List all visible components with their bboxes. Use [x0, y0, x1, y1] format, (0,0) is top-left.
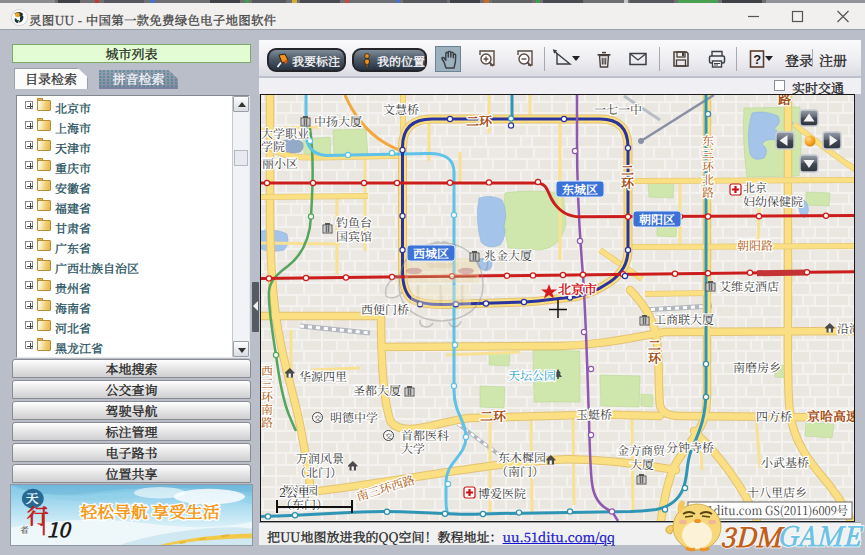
tab-pinyin-search[interactable]: 拼音检索	[99, 70, 178, 89]
realtime-traffic-checkbox[interactable]	[774, 80, 785, 91]
svg-text:10: 10	[47, 514, 73, 544]
pan-left-button[interactable]	[776, 132, 794, 149]
bld-icon	[637, 474, 646, 484]
expand-icon[interactable]	[25, 101, 33, 109]
delete-tool[interactable]	[591, 46, 617, 72]
tree-item-label: 河北省	[55, 319, 91, 336]
expand-icon[interactable]	[25, 221, 33, 229]
map-label: 二环	[648, 335, 662, 367]
folder-icon	[37, 160, 51, 171]
tree-item[interactable]: 黑龙江省	[17, 336, 249, 356]
map-label: 博爱医院	[478, 484, 526, 501]
district-label: 朝阳区	[633, 210, 681, 228]
panel-transit-query[interactable]: 公交查询	[12, 380, 251, 399]
expand-icon[interactable]	[25, 281, 33, 289]
expand-icon[interactable]	[25, 321, 33, 329]
tree-item[interactable]: 重庆市	[17, 156, 249, 176]
tree-item-label: 北京市	[55, 99, 91, 116]
zoom-out-icon	[515, 48, 537, 70]
tree-item[interactable]: 河北省	[17, 316, 249, 336]
panel-annotation-management[interactable]: 标注管理	[12, 422, 251, 441]
ad-banner[interactable]: 天 行 者 10 轻松导航 享受生活	[10, 484, 253, 546]
title-bar: 灵图UU - 中国第一款免费绿色电子地图软件	[0, 3, 865, 30]
status-link[interactable]: uu.51ditu.com/qq	[503, 527, 615, 546]
zoom-out-tool[interactable]	[513, 46, 539, 72]
map-viewport[interactable]: 交	[260, 94, 855, 522]
tree-item[interactable]: 甘肃省	[17, 216, 249, 236]
expand-icon[interactable]	[25, 121, 33, 129]
tree-item[interactable]: 北京市	[17, 96, 249, 116]
pan-down-button[interactable]	[800, 155, 818, 172]
map-label: 一七一中	[594, 100, 642, 117]
scroll-thumb[interactable]	[234, 150, 248, 166]
district-label: 西城区	[407, 244, 455, 262]
tree-item[interactable]: 上海市	[17, 116, 249, 136]
app-icon	[11, 9, 28, 26]
expand-icon[interactable]	[25, 241, 33, 249]
map-panel: 我要标注 我的位置	[259, 40, 861, 545]
city-list-header: 城市列表	[12, 44, 251, 63]
zoom-in-icon	[477, 48, 499, 70]
map-label: 明德中学	[330, 408, 378, 425]
expand-icon[interactable]	[25, 201, 33, 209]
my-location-button[interactable]: 我的位置	[352, 48, 427, 72]
bld-icon	[405, 386, 414, 396]
hand-icon	[438, 49, 460, 71]
close-button[interactable]	[826, 3, 860, 29]
pan-up-button[interactable]	[800, 110, 818, 126]
maximize-button[interactable]	[781, 3, 815, 29]
map-label: 中扬大厦	[314, 112, 362, 129]
scroll-up-button[interactable]	[233, 96, 249, 112]
sidebar-collapse-handle[interactable]	[252, 282, 259, 332]
trash-icon	[593, 48, 615, 70]
expand-icon[interactable]	[25, 301, 33, 309]
annotate-button[interactable]: 我要标注	[267, 48, 346, 72]
scroll-down-button[interactable]	[233, 341, 249, 357]
tree-item[interactable]: 贵州省	[17, 276, 249, 296]
tree-item[interactable]: 广西壮族自治区	[17, 256, 249, 276]
tree-item[interactable]: 天津市	[17, 136, 249, 156]
expand-icon[interactable]	[25, 141, 33, 149]
tree-item[interactable]: 安徽省	[17, 176, 249, 196]
tree-item-label: 广东省	[55, 239, 91, 256]
svg-text:西城区: 西城区	[413, 244, 449, 261]
tree-scrollbar[interactable]	[232, 96, 249, 357]
pan-right-button[interactable]	[823, 132, 841, 149]
tree-item-label: 福建省	[55, 199, 91, 216]
panel-location-sharing[interactable]: 位置共享	[12, 464, 251, 483]
city-tree: 北京市上海市天津市重庆市安徽省福建省甘肃省广东省广西壮族自治区贵州省海南省河北省…	[16, 95, 250, 358]
panel-driving-navigation[interactable]: 驾驶导航	[12, 401, 251, 420]
tab-directory-search[interactable]: 目录检索	[14, 68, 88, 89]
pushpin-icon	[273, 52, 291, 70]
mail-tool[interactable]	[625, 46, 651, 72]
folder-icon	[37, 140, 51, 151]
save-tool[interactable]	[668, 46, 694, 72]
login-link[interactable]: 登录	[785, 50, 813, 70]
svg-text:GAME: GAME	[777, 515, 864, 554]
nav-center-ball[interactable]	[805, 136, 816, 147]
minimize-button[interactable]	[736, 3, 770, 29]
print-tool[interactable]	[704, 46, 730, 72]
panel-local-search[interactable]: 本地搜索	[12, 359, 251, 378]
pan-tool-button[interactable]	[435, 46, 461, 72]
register-link[interactable]: 注册	[819, 50, 847, 70]
toolbar-separator	[659, 47, 660, 71]
svg-text:东城区: 东城区	[562, 180, 598, 197]
folder-icon	[37, 280, 51, 291]
help-dropdown-icon[interactable]	[765, 56, 773, 61]
tree-item[interactable]: 广东省	[17, 236, 249, 256]
expand-icon[interactable]	[25, 161, 33, 169]
tree-item[interactable]: 海南省	[17, 296, 249, 316]
panel-road-book[interactable]: 电子路书	[12, 443, 251, 462]
measure-dropdown-icon[interactable]	[572, 56, 580, 61]
folder-icon	[37, 300, 51, 311]
map-label: （北门）	[294, 463, 342, 480]
expand-icon[interactable]	[25, 341, 33, 349]
zoom-in-tool[interactable]	[475, 46, 501, 72]
expand-icon[interactable]	[25, 181, 33, 189]
map-label: 学院	[261, 137, 285, 154]
tree-item[interactable]: 福建省	[17, 196, 249, 216]
expand-icon[interactable]	[25, 261, 33, 269]
map-label: 大厦	[630, 455, 654, 472]
map-label: （南门）	[496, 462, 544, 479]
